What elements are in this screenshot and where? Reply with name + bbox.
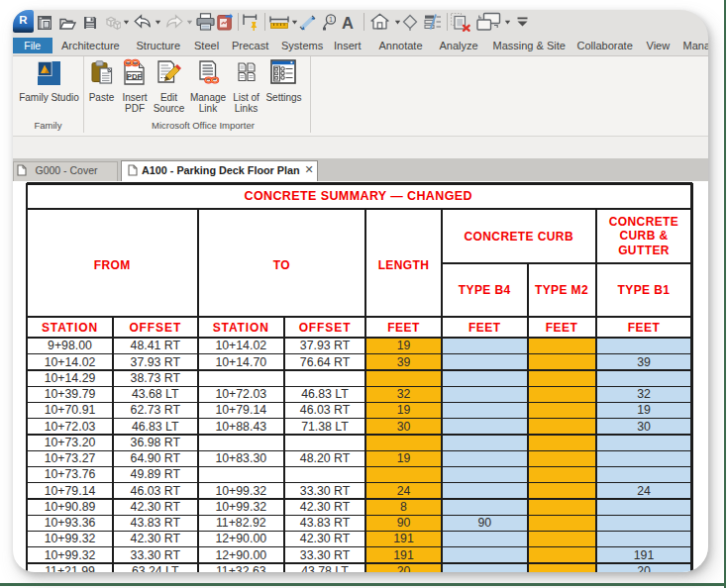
svg-text:1: 1 bbox=[329, 16, 333, 23]
svg-text:PDF: PDF bbox=[127, 72, 143, 81]
